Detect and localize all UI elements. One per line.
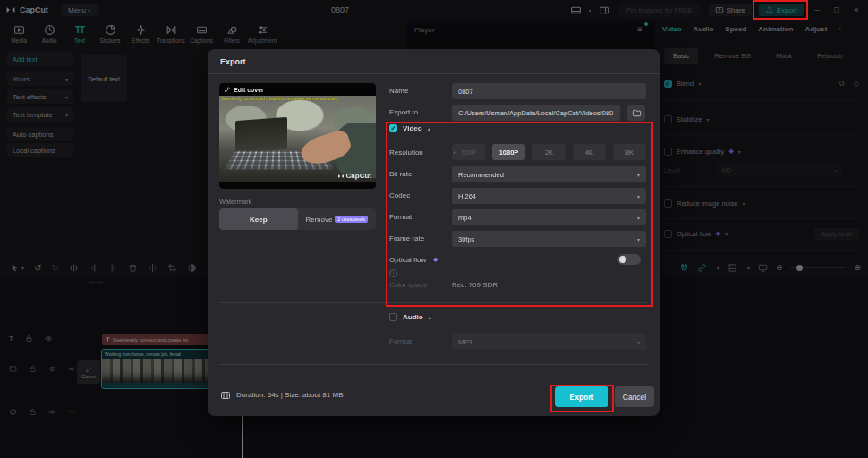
letterbox-bar xyxy=(219,182,376,189)
audio-format-label: Format xyxy=(389,337,412,345)
audio-format-select[interactable]: MP3▾ xyxy=(452,334,646,350)
annotation-export-top xyxy=(753,0,808,20)
name-input[interactable] xyxy=(452,83,646,99)
cover-photo xyxy=(219,96,376,182)
watermark-keep-button[interactable]: Keep xyxy=(219,208,298,230)
audio-section-header: Audio▴ xyxy=(389,313,431,321)
annotation-video-settings xyxy=(386,122,653,307)
watermark-label: Watermark xyxy=(219,198,251,206)
edit-cover-bar[interactable]: Edit cover xyxy=(219,83,376,96)
cover-caption-text: Seamlessly connect and create from anywh… xyxy=(221,97,374,101)
film-icon xyxy=(220,390,231,401)
divider xyxy=(208,73,660,74)
audio-checkbox[interactable] xyxy=(389,313,397,321)
chevron-up-icon: ▴ xyxy=(429,314,431,320)
watermark-remove-button[interactable]: Remove 2 uses/week xyxy=(298,208,377,230)
browse-folder-button[interactable] xyxy=(627,105,645,121)
capcut-watermark: CapCut xyxy=(337,172,371,180)
dialog-title: Export xyxy=(220,57,246,66)
pencil-icon xyxy=(224,86,231,93)
annotation-export-confirm xyxy=(550,385,614,412)
chevron-down-icon: ▾ xyxy=(637,339,640,345)
capcut-logo-icon xyxy=(337,173,345,180)
export-to-label: Export to xyxy=(389,108,418,116)
name-label: Name xyxy=(389,87,408,95)
cover-preview[interactable]: Edit cover Seamlessly connect and create… xyxy=(219,83,376,189)
folder-icon xyxy=(632,108,642,118)
watermark-segmented-control: Keep Remove 2 uses/week xyxy=(219,208,376,230)
capcut-app: CapCut Menu ▾ 0807 ▾ Pro features for FR… xyxy=(0,0,868,458)
export-summary: Duration: 54s | Size: about 81 MB xyxy=(236,391,343,399)
uses-badge: 2 uses/week xyxy=(335,216,368,223)
divider xyxy=(219,364,648,365)
cancel-button[interactable]: Cancel xyxy=(615,386,654,407)
export-path-input[interactable] xyxy=(452,105,620,121)
